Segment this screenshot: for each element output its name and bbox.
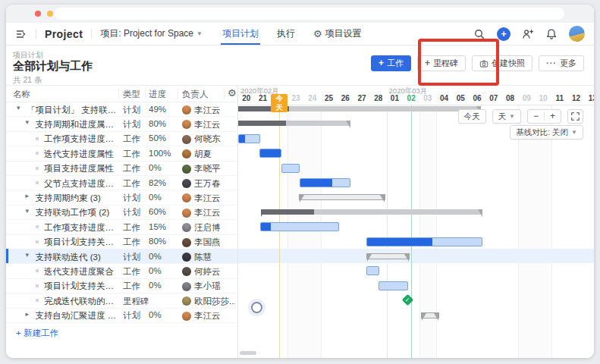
horizontal-scrollbar[interactable] bbox=[240, 351, 256, 355]
table-row[interactable]: 迭代支持进度聚合工作0%何婷云 bbox=[6, 263, 237, 278]
gantt-summary-bar[interactable] bbox=[261, 209, 482, 215]
new-work-link[interactable]: + 新建工作 bbox=[16, 328, 58, 339]
address-bar[interactable] bbox=[55, 8, 564, 20]
jump-to-today-button[interactable]: 今天 bbox=[458, 109, 486, 124]
task-type: 计划 bbox=[123, 105, 140, 116]
task-bullet-icon bbox=[36, 299, 39, 302]
table-row[interactable]: ▾支持周期和进度属性(4)计划80%李江云 bbox=[6, 116, 237, 131]
task-name: 项目计划支持关联迭代 bbox=[44, 281, 118, 292]
avatar bbox=[182, 282, 191, 291]
task-name: 项目计划支持关联工作项 bbox=[44, 237, 118, 248]
avatar bbox=[182, 120, 191, 129]
day-cell: 03 bbox=[419, 94, 436, 104]
task-owner: 李江云 bbox=[182, 193, 235, 204]
task-owner: 李晓平 bbox=[182, 163, 235, 174]
task-type: 工作 bbox=[123, 237, 140, 248]
tab-project-plan[interactable]: 项目计划 bbox=[213, 23, 268, 45]
bell-icon[interactable] bbox=[545, 28, 558, 40]
gantt-task-bar[interactable] bbox=[260, 222, 339, 231]
task-bullet-icon bbox=[36, 240, 39, 243]
table-row[interactable]: ▾支持联动迭代 (3)计划0%陈慧 bbox=[6, 249, 237, 264]
task-progress: 15% bbox=[149, 222, 176, 231]
annotation-highlight-box bbox=[418, 39, 499, 86]
milestone-date-line bbox=[411, 105, 412, 358]
window-close-button[interactable] bbox=[35, 11, 41, 17]
task-type: 工作 bbox=[123, 266, 140, 278]
task-owner: 李江云 bbox=[182, 105, 235, 116]
gantt-task-bar[interactable] bbox=[366, 237, 482, 246]
task-progress: 0% bbox=[149, 266, 176, 275]
avatar bbox=[182, 253, 191, 262]
gantt-collapsed-summary-bar[interactable] bbox=[421, 312, 439, 318]
table-row[interactable]: 项目计划支持关联工作项工作80%李国燕 bbox=[6, 234, 237, 249]
tab-execute[interactable]: 执行 bbox=[268, 23, 304, 45]
task-name: 项目支持进度属性 bbox=[44, 163, 118, 174]
collapse-icon[interactable]: ▾ bbox=[17, 104, 20, 111]
gantt-collapsed-summary-bar[interactable] bbox=[299, 194, 385, 200]
table-row[interactable]: 迭代支持进度属性工作100%胡夏 bbox=[6, 146, 237, 161]
today-badge: 今天 bbox=[271, 94, 287, 112]
expand-icon bbox=[571, 112, 580, 121]
fullscreen-button[interactable] bbox=[567, 109, 583, 124]
table-row[interactable]: ▸支持周期约束 (3)计划0%李江云 bbox=[6, 190, 237, 205]
task-owner: 陈慧 bbox=[182, 252, 235, 263]
collapse-icon[interactable]: ▾ bbox=[26, 251, 30, 259]
zoom-in-button[interactable]: + bbox=[545, 111, 561, 122]
table-row[interactable]: 父节点支持进度汇聚工作82%王万春 bbox=[6, 175, 237, 190]
task-progress: 80% bbox=[149, 119, 176, 128]
task-owner: 何晓东 bbox=[182, 133, 235, 145]
sidebar-toggle-icon[interactable] bbox=[15, 28, 27, 40]
avatar bbox=[182, 297, 191, 306]
project-selector[interactable]: 项目: Project for Space ▼ bbox=[100, 27, 203, 40]
expand-icon[interactable]: ▸ bbox=[26, 192, 30, 199]
task-progress: 82% bbox=[149, 178, 176, 187]
task-type: 里程碑 bbox=[123, 296, 149, 307]
task-name: 支持自动汇聚进度 (3) bbox=[36, 310, 118, 322]
gantt-collapsed-summary-bar[interactable] bbox=[366, 253, 410, 259]
browser-window: Project 项目: Project for Space ▼ 项目计划 执行 … bbox=[6, 5, 594, 358]
table-row[interactable]: 工作项支持进度属性工作50%何晓东 bbox=[6, 131, 237, 146]
gantt-task-bar[interactable] bbox=[300, 178, 350, 187]
expand-icon[interactable]: ▸ bbox=[26, 310, 30, 318]
table-row[interactable]: ▾「项目计划」 支持联动迭代和...(5)计划49%李江云 bbox=[6, 102, 237, 117]
table-row[interactable]: 工作项支持进度聚合工作15%汪启博 bbox=[6, 219, 237, 234]
table-row[interactable]: ▾支持联动工作项 (2)计划60%李江云 bbox=[6, 205, 237, 220]
table-row[interactable]: 项目支持进度属性工作0%李晓平 bbox=[6, 161, 237, 176]
collapse-icon[interactable]: ▾ bbox=[26, 207, 30, 215]
task-type: 工作 bbox=[123, 222, 140, 234]
invite-member-icon[interactable] bbox=[522, 28, 534, 40]
avatar bbox=[182, 105, 191, 115]
table-row[interactable]: 项目计划支持关联迭代工作0%李小瑶 bbox=[6, 278, 237, 293]
day-cell: 27 bbox=[353, 94, 370, 104]
window-minimize-button[interactable] bbox=[47, 11, 53, 17]
gantt-task-bar[interactable] bbox=[379, 281, 408, 290]
gantt-task-bar[interactable] bbox=[238, 134, 260, 143]
gantt-task-bar[interactable] bbox=[366, 266, 379, 275]
day-cell: 07 bbox=[485, 94, 502, 104]
milestone-marker[interactable]: ✓ bbox=[402, 294, 414, 306]
gantt-task-bar[interactable] bbox=[259, 149, 281, 158]
day-cell: 12 bbox=[568, 94, 585, 104]
zoom-out-button[interactable]: − bbox=[528, 111, 544, 122]
day-cell: 06 bbox=[469, 94, 485, 104]
selected-row-highlight bbox=[238, 249, 594, 263]
baseline-compare-dropdown[interactable]: 基线对比: 关闭 ▼ bbox=[510, 125, 583, 140]
avatar bbox=[182, 193, 191, 202]
create-button[interactable]: + bbox=[497, 27, 510, 41]
tab-project-settings[interactable]: ⚙ 项目设置 bbox=[304, 23, 371, 45]
table-row[interactable]: 完成迭代联动的支持里程碑欧阳莎莎... bbox=[6, 293, 237, 308]
time-unit-dropdown[interactable]: 天 ▼ bbox=[492, 109, 521, 124]
add-work-button[interactable]: + 工作 bbox=[371, 55, 411, 71]
more-button[interactable]: ··· 更多 bbox=[539, 55, 584, 71]
task-type: 计划 bbox=[123, 252, 140, 263]
gantt-summary-bar[interactable] bbox=[238, 121, 350, 126]
day-cell: 28 bbox=[370, 94, 387, 104]
table-row[interactable]: ▸支持自动汇聚进度 (3)计划0%李江云 bbox=[6, 308, 237, 323]
day-cell: 09 bbox=[518, 94, 535, 104]
task-progress: 49% bbox=[149, 105, 176, 114]
task-bullet-icon bbox=[36, 137, 39, 140]
user-avatar[interactable] bbox=[569, 26, 585, 42]
gantt-task-bar[interactable] bbox=[281, 164, 300, 173]
collapse-icon[interactable]: ▾ bbox=[26, 118, 30, 126]
task-owner: 李江云 bbox=[182, 207, 235, 218]
